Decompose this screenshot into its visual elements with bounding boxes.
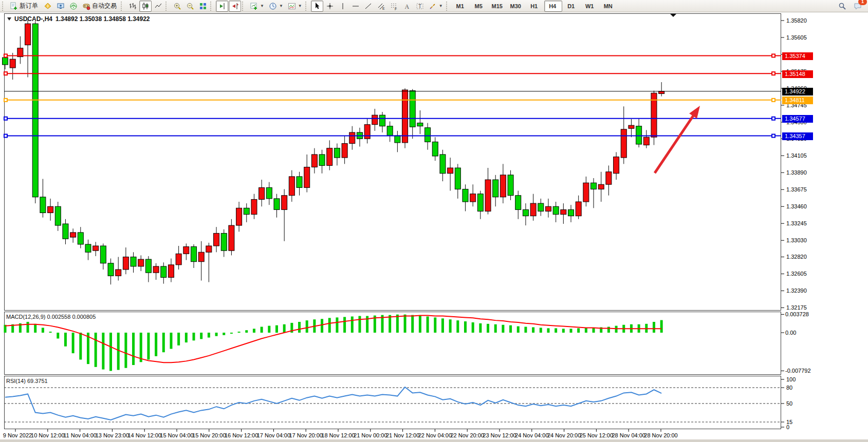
macd-axis-label: -0.007792 [785,367,811,374]
candle-chart-button[interactable] [139,1,152,12]
crosshair-icon [326,2,334,10]
line-chart-button[interactable] [152,1,164,12]
toolbar-group-trade: 新订单自动交易 [8,1,120,12]
zoom-in-button[interactable] [171,1,183,12]
auto-scroll-button[interactable] [216,1,228,12]
price-axis-label: 1.32820 [786,253,807,260]
price-axis-label: 1.33030 [786,237,807,244]
fibo-button[interactable]: F [388,1,400,12]
macd-label: MACD(12,26,9) 0.002558 0.000805 [6,314,96,320]
chart-title: USDCAD-,H4 1.34892 1.35038 1.34858 1.349… [7,15,150,23]
chat-button[interactable]: 1 [852,1,864,12]
price-axis-label: 1.32175 [786,304,807,311]
label-icon: T [416,2,424,10]
tf-m5-button-label: M5 [475,3,484,9]
profiles-icon [269,2,277,10]
rsi-axis-label: 100 [786,376,796,383]
channel-icon: E [377,2,385,10]
tf-m5-button[interactable]: M5 [470,1,488,12]
cursor-button[interactable] [311,1,323,12]
zoom-out-button[interactable] [184,1,196,12]
candle-chart-icon [141,2,150,10]
bar-chart-button[interactable] [126,1,139,12]
tf-h4-button-label: H4 [549,3,557,9]
chevron-down-icon[interactable]: ▼ [279,4,283,8]
price-axis-label: 1.32605 [786,270,807,277]
chevron-down-icon[interactable]: ▼ [439,4,443,8]
svg-text:A: A [404,3,409,10]
chart-collapse-icon[interactable] [7,17,11,21]
tile-windows-button[interactable] [197,1,209,12]
new-chart-icon [250,2,258,10]
indicators-button[interactable]: ▼ [286,1,304,12]
main-chart-panel[interactable] [4,13,781,311]
toolbar-group-windows: ▼▼▼ [248,1,304,12]
tf-m15-button[interactable]: M15 [489,1,507,12]
date-axis-label: 28 Nov 20:00 [644,432,677,438]
tile-windows-icon [199,2,207,10]
tf-w1-button[interactable]: W1 [581,1,599,12]
autotrade-button-label: 自动交易 [92,2,118,10]
toolbar-group-objects: EFAT▼ [311,1,445,12]
arrows-button[interactable]: ▼ [427,1,445,12]
tf-m30-button-label: M30 [510,3,522,9]
chart-shift-icon [231,2,239,10]
price-tag-1.34577: 1.34577 [782,115,813,123]
date-axis-label: 10 Nov 12:00 [31,432,64,438]
tf-m1-button[interactable]: M1 [452,1,470,12]
trendline-button[interactable] [362,1,375,12]
label-button[interactable]: T [414,1,426,12]
search-button[interactable] [836,1,848,12]
rsi-axis-label: 80 [786,384,792,391]
search-icon [838,2,846,10]
macd-panel[interactable] [4,312,781,375]
arrows-icon [429,2,437,10]
price-axis-label: 1.34105 [786,152,807,159]
date-axis-label: 22 Nov 20:00 [450,432,484,438]
autotrade-button[interactable]: 自动交易 [80,1,120,12]
hline-button[interactable] [349,1,362,12]
tf-h1-button[interactable]: H1 [526,1,544,12]
price-axis-label: 1.35605 [786,34,807,41]
date-axis-label: 25 Nov 12:00 [580,432,613,438]
chevron-down-icon[interactable]: ▼ [298,4,302,8]
profiles-button[interactable]: ▼ [267,1,285,12]
crosshair-button[interactable] [324,1,336,12]
tf-d1-button-label: D1 [567,3,576,9]
tf-d1-button[interactable]: D1 [563,1,581,12]
indicators-icon [288,2,296,10]
tf-mn-button[interactable]: MN [600,1,618,12]
text-button[interactable]: A [401,1,413,12]
toolbar-right: 1 [836,1,867,12]
macd-axis-label: 0.00 [785,329,796,336]
signals-icon [69,2,78,10]
tf-h4-button[interactable]: H4 [544,1,562,12]
date-axis-label: 9 Nov 2022 [3,432,32,438]
channel-button[interactable]: E [375,1,387,12]
chart-symbol-period: USDCAD-,H4 [14,15,52,23]
rsi-panel[interactable] [4,376,781,429]
toolbar-grip [210,2,214,11]
new-order-button[interactable]: 新订单 [8,1,41,12]
hline-icon [352,2,360,10]
auto-scroll-icon [218,2,226,10]
toolbar: 新订单自动交易▼▼▼EFAT▼M1M5M15M30H1H4D1W1MN1 [0,0,868,12]
accounts-button[interactable] [54,1,67,12]
chevron-down-icon[interactable]: ▼ [260,4,264,8]
date-axis-label: 15 Nov 04:00 [160,432,193,438]
price-axis-label: 1.32390 [786,287,807,294]
tf-m30-button[interactable]: M30 [507,1,525,12]
vline-icon [339,2,347,10]
toolbar-grip [2,2,6,11]
svg-text:F: F [395,7,397,10]
gold-button[interactable] [42,1,54,12]
vline-button[interactable] [337,1,349,12]
toolbar-group-chart-type [126,1,164,12]
new-chart-button[interactable]: ▼ [248,1,266,12]
date-axis-label: 11 Nov 04:00 [63,432,97,438]
signals-button[interactable] [67,1,80,12]
tf-mn-button-label: MN [604,3,614,9]
svg-text:T: T [418,4,421,9]
macd-axis-label: 0.003728 [785,311,809,318]
chart-shift-button[interactable] [229,1,241,12]
